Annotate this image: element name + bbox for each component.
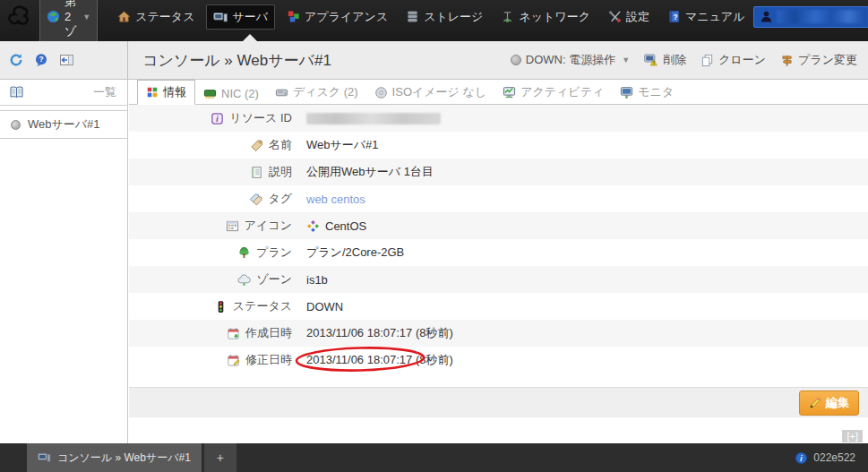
sidebar: 一覧 Webサーバ#1 xyxy=(0,80,128,443)
tab-label: NIC (2) xyxy=(221,87,259,100)
row-label-text: 名前 xyxy=(269,137,292,153)
delete-button[interactable]: ! 削除 xyxy=(644,52,686,68)
plan-value: プラン/2Core-2GB xyxy=(306,245,404,261)
zone-value: is1b xyxy=(306,273,328,287)
list-book-icon xyxy=(9,85,24,99)
info-row-zone: ゾーン is1b xyxy=(129,266,868,293)
info-circle-icon: i xyxy=(795,451,808,465)
manual-icon: ? xyxy=(667,10,681,23)
tab-label: アクティビティ xyxy=(520,84,604,100)
nav-item-manual[interactable]: ? マニュアル xyxy=(661,5,752,29)
nav-label: ネットワーク xyxy=(519,9,590,25)
network-icon xyxy=(501,10,514,23)
power-control-button[interactable]: DOWN: 電源操作 ▼ xyxy=(511,52,630,68)
redacted-resource-id xyxy=(306,113,441,124)
header-actions: DOWN: 電源操作 ▼ ! 削除 クローン プラン変更 xyxy=(511,52,868,68)
row-label-text: 作成日時 xyxy=(245,325,292,341)
nic-icon xyxy=(203,87,217,100)
add-tab-button[interactable]: + xyxy=(204,443,236,472)
info-tab-icon xyxy=(146,86,159,99)
nav-item-status[interactable]: ステータス xyxy=(111,5,201,29)
sidebar-item-webserver1[interactable]: Webサーバ#1 xyxy=(0,110,127,139)
refresh-icon[interactable] xyxy=(9,53,23,67)
tab-monitor[interactable]: モニタ xyxy=(612,81,682,104)
nav-item-network[interactable]: ネットワーク xyxy=(494,5,597,29)
monitor-icon xyxy=(620,86,633,99)
tab-label: 情報 xyxy=(163,84,186,100)
tags-icon xyxy=(249,193,262,206)
action-label: 削除 xyxy=(663,52,686,68)
edit-button-label: 編集 xyxy=(826,395,849,411)
page-header: ? コンソール » Webサーバ#1 DOWN: 電源操作 ▼ ! 削除 クロー… xyxy=(0,41,868,80)
nav-item-storage[interactable]: ストレージ xyxy=(400,5,489,29)
nav-label: 設定 xyxy=(626,9,649,25)
info-row-resource-id: i リソース ID xyxy=(129,105,868,132)
info-row-status: ステータス DOWN xyxy=(129,293,868,320)
delete-icon: ! xyxy=(644,53,658,67)
tab-iso[interactable]: ISOイメージ なし xyxy=(366,81,495,104)
sidebar-item-label: Webサーバ#1 xyxy=(28,116,100,133)
icon-value: CentOS xyxy=(325,219,366,233)
header-toolbar: ? xyxy=(0,41,128,79)
nav-label: ストレージ xyxy=(424,9,483,25)
sakura-cloud-logo-icon xyxy=(5,4,32,30)
info-footer: 編集 xyxy=(129,387,868,417)
nav-item-appliance[interactable]: アプライアンス xyxy=(280,5,394,29)
description-value: 公開用Webサーバ 1台目 xyxy=(306,164,434,180)
calendar-add-icon xyxy=(227,327,240,340)
server-name-value: Webサーバ#1 xyxy=(306,137,379,153)
tab-nic[interactable]: NIC (2) xyxy=(195,83,267,104)
nav-label: ステータス xyxy=(135,9,194,25)
pencil-icon xyxy=(809,397,821,409)
created-at-value: 2013/11/06 18:07:17 (8秒前) xyxy=(306,325,453,341)
collapse-panel-icon[interactable] xyxy=(59,53,74,67)
expand-badge[interactable]: [+] xyxy=(842,430,863,442)
clone-icon xyxy=(700,54,714,67)
sidebar-list-label: 一覧 xyxy=(93,84,116,100)
person-icon xyxy=(760,10,773,23)
tab-label: ISOイメージ なし xyxy=(392,84,487,100)
action-label: プラン変更 xyxy=(798,52,857,68)
svg-text:?: ? xyxy=(673,13,677,21)
status-value: DOWN xyxy=(306,300,343,313)
monitor-small-icon xyxy=(38,451,51,464)
sidebar-list-header: 一覧 xyxy=(0,80,127,106)
bottom-task-bar: コンソール » Webサーバ#1 + i 022e522 xyxy=(0,443,868,472)
clone-button[interactable]: クローン xyxy=(700,52,766,68)
plan-change-button[interactable]: プラン変更 xyxy=(780,52,857,68)
tab-info[interactable]: 情報 xyxy=(137,80,195,105)
info-row-created: 作成日時 2013/11/06 18:07:17 (8秒前) xyxy=(129,320,868,347)
settings-icon xyxy=(608,10,622,23)
help-icon[interactable]: ? xyxy=(34,53,48,67)
iso-icon xyxy=(374,86,388,99)
icon-picker-icon xyxy=(226,219,239,233)
description-icon xyxy=(250,166,263,179)
edit-button[interactable]: 編集 xyxy=(799,390,859,416)
tab-label: モニタ xyxy=(638,84,674,100)
chevron-down-icon: ▼ xyxy=(82,13,90,21)
info-row-modified: 修正日時 2013/11/06 18:07:17 (8秒前) xyxy=(129,347,868,373)
calendar-edit-icon xyxy=(227,354,240,367)
activity-icon xyxy=(503,86,516,99)
bottom-tab-label: コンソール » Webサーバ#1 xyxy=(57,451,191,466)
zone-cloud-icon xyxy=(237,273,251,287)
top-nav-bar: 石狩第2ゾーン ▼ ステータス サーバ アプライアンス ストレージ ネットワーク xyxy=(0,0,868,41)
power-label: DOWN: 電源操作 xyxy=(526,52,615,68)
plan-tree-icon xyxy=(237,246,251,260)
power-status-dot xyxy=(511,55,521,65)
nav-item-server[interactable]: サーバ xyxy=(206,4,275,30)
plan-change-icon xyxy=(780,54,794,67)
row-label-text: リソース ID xyxy=(229,110,292,126)
tags-link[interactable]: web centos xyxy=(306,193,365,206)
tab-activity[interactable]: アクティビティ xyxy=(494,81,612,104)
tab-disk[interactable]: ディスク (2) xyxy=(267,81,366,104)
chevron-down-icon: ▼ xyxy=(622,56,630,64)
main-content: 情報 NIC (2) ディスク (2) ISOイメージ なし アクティビティ xyxy=(129,80,868,443)
bottom-tab-console[interactable]: コンソール » Webサーバ#1 xyxy=(27,443,202,472)
nav-item-settings[interactable]: 設定 xyxy=(602,5,656,29)
nav-label: マニュアル xyxy=(685,9,745,25)
info-row-tags: タグ web centos xyxy=(129,185,868,212)
account-name-box[interactable] xyxy=(753,6,868,28)
svg-text:?: ? xyxy=(39,55,43,64)
resource-id-icon: i xyxy=(211,112,224,125)
